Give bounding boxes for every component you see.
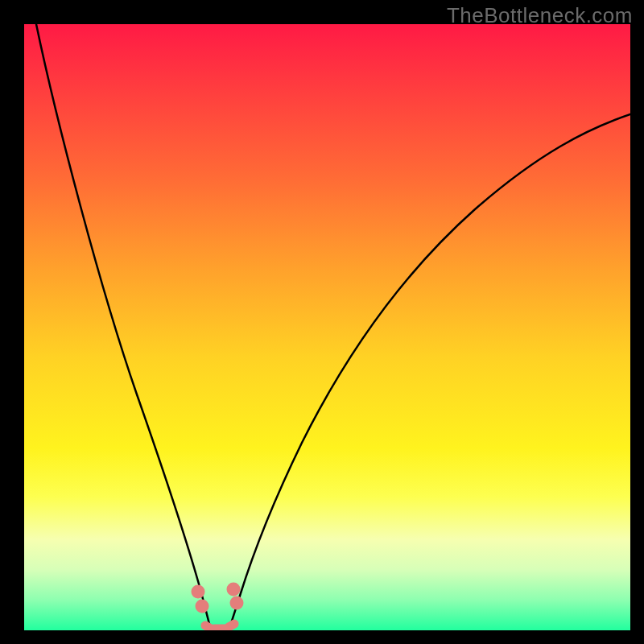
marker-dot bbox=[192, 585, 205, 599]
marker-dot bbox=[196, 600, 209, 613]
plot-area bbox=[24, 24, 630, 630]
left-curve bbox=[36, 24, 213, 630]
right-curve bbox=[229, 114, 630, 630]
marker-pill bbox=[229, 624, 234, 627]
outer-frame: TheBottleneck.com bbox=[0, 0, 644, 644]
marker-dot bbox=[230, 597, 244, 610]
marker-dot bbox=[227, 583, 241, 597]
chart-svg bbox=[24, 24, 630, 630]
watermark-text: TheBottleneck.com bbox=[447, 3, 633, 28]
